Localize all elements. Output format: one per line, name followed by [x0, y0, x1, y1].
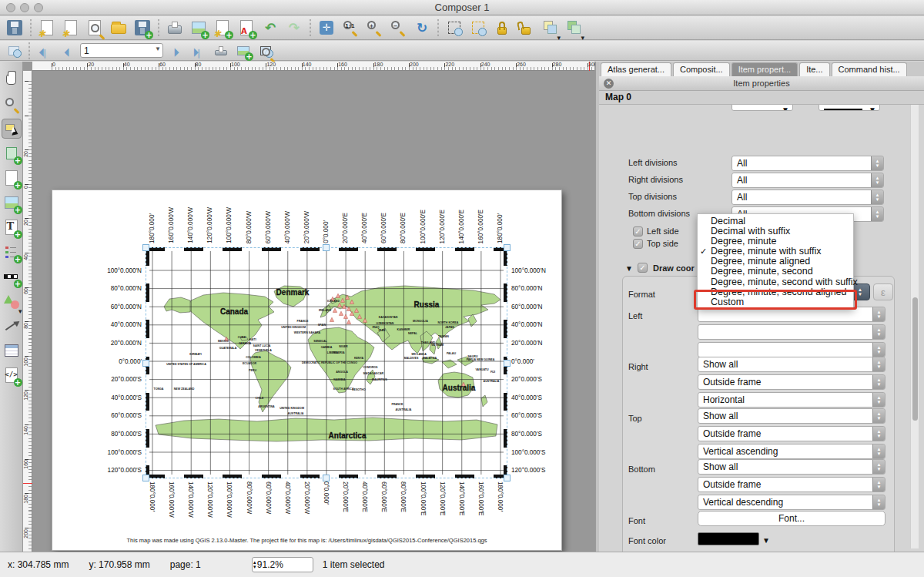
zoom-level-combo[interactable]: 91.2% ▲▼	[252, 557, 313, 572]
graticule-label: 20°0.000′E	[342, 213, 349, 243]
resize-handle[interactable]	[504, 244, 511, 251]
map-item[interactable]: ICELANDIRELANDFRANCESPAINUNITED KINGDOMW…	[146, 247, 507, 478]
font-color-swatch[interactable]	[698, 532, 759, 545]
select-marquee-icon[interactable]	[444, 18, 464, 38]
add-arrow-icon[interactable]	[2, 316, 22, 336]
add-attribute-table-icon[interactable]	[2, 340, 22, 361]
export-atlas-icon[interactable]	[234, 42, 253, 59]
add-new-legend-icon[interactable]	[2, 242, 22, 262]
right-show-combo[interactable]: Show all▲▼	[698, 357, 886, 372]
status-page: page: 1	[170, 559, 201, 570]
add-new-map-icon[interactable]	[2, 168, 22, 188]
left-side-checkbox[interactable]: ✓	[633, 226, 643, 237]
undo-icon[interactable]: ↶	[260, 18, 280, 38]
tab-item-propert[interactable]: Item propert...	[732, 62, 798, 76]
print-icon[interactable]	[165, 18, 185, 38]
select-marquee-nodes-icon[interactable]	[468, 18, 488, 38]
atlas-page-combo[interactable]: 1 ▼	[80, 43, 163, 58]
resize-handle[interactable]	[142, 244, 149, 251]
atlas-settings-icon[interactable]	[256, 42, 275, 59]
next-feature-icon[interactable]: ⏵	[167, 42, 186, 59]
left-position-combo[interactable]: ▲▼	[698, 324, 886, 340]
line-color-combo-cutoff[interactable]: ▼	[819, 105, 880, 111]
composition-canvas[interactable]: This map was made using QGIS 2.13.0-Mast…	[32, 71, 595, 552]
draw-coordinates-checkbox[interactable]: ✓	[638, 263, 648, 273]
right-divisions-combo[interactable]: All▲▼	[732, 173, 884, 188]
atlas-preview-icon[interactable]	[5, 42, 23, 59]
top-position-combo[interactable]: Outside frame▲▼	[698, 426, 886, 441]
graticule-label: 80°0.000′S	[111, 431, 142, 438]
add-basic-shape-icon[interactable]	[2, 291, 22, 311]
zoom-in-icon[interactable]: +	[364, 18, 384, 38]
export-pdf-icon[interactable]	[236, 18, 256, 38]
bottom-show-combo[interactable]: Show all▲▼	[698, 459, 886, 475]
add-image-icon[interactable]	[2, 193, 22, 213]
menu-item-degree-minute-second-with-suffix[interactable]: Degree, minute, second with suffix	[698, 277, 853, 287]
window-title: Composer 1	[0, 2, 924, 13]
line-style-combo-cutoff[interactable]: ▼	[732, 105, 793, 111]
duplicate-composition-icon[interactable]	[61, 18, 81, 38]
tab-command-hist[interactable]: Command hist...	[832, 62, 907, 76]
scrollbar-thumb[interactable]	[912, 297, 918, 421]
select-move-item-icon[interactable]	[2, 119, 22, 139]
pan-icon[interactable]	[2, 69, 22, 89]
tab-ite[interactable]: Ite...	[799, 62, 829, 76]
add-new-scalebar-icon[interactable]	[2, 267, 22, 287]
resize-handle[interactable]	[323, 475, 330, 481]
resize-handle[interactable]	[142, 360, 149, 367]
zoom-actual-icon[interactable]: 1:1	[340, 18, 360, 38]
top-direction-combo[interactable]: Vertical ascending▲▼	[698, 444, 886, 459]
raise-items-icon[interactable]	[540, 18, 560, 38]
move-item-content-icon[interactable]	[2, 143, 22, 163]
save-as-icon[interactable]	[132, 18, 152, 38]
collapse-arrow-icon[interactable]: ▼	[625, 264, 633, 273]
save-project-icon[interactable]	[5, 18, 25, 38]
right-direction-combo[interactable]: Horizontal▲▼	[698, 392, 886, 408]
paper-page[interactable]: This map was made using QGIS 2.13.0-Mast…	[52, 190, 562, 551]
top-divisions-combo[interactable]: All▲▼	[732, 190, 884, 205]
print-atlas-icon[interactable]	[212, 42, 230, 59]
unlock-items-icon[interactable]	[516, 18, 536, 38]
graticule-label: 20°0.000′N	[111, 340, 142, 347]
font-color-dropdown-icon[interactable]: ▼	[762, 536, 770, 545]
add-html-frame-icon[interactable]	[2, 365, 22, 385]
previous-feature-icon[interactable]: ⏴	[58, 42, 76, 59]
resize-handle[interactable]	[142, 475, 149, 481]
group-items-icon[interactable]	[564, 18, 584, 38]
resize-handle[interactable]	[504, 360, 511, 367]
bottom-direction-combo[interactable]: Vertical descending▲▼	[698, 495, 886, 510]
expression-button[interactable]: ε	[873, 283, 893, 300]
zoom-tool-icon[interactable]	[2, 94, 22, 114]
export-image-icon[interactable]	[189, 18, 209, 38]
resize-handle[interactable]	[323, 244, 330, 251]
top-show-combo[interactable]: Show all▲▼	[698, 408, 886, 424]
menu-item-degree-minute-second[interactable]: Degree, minute, second	[698, 267, 853, 277]
lock-items-icon[interactable]	[492, 18, 512, 38]
open-icon[interactable]	[109, 18, 129, 38]
redo-icon[interactable]: ↷	[284, 18, 304, 38]
toolbar-separator	[156, 19, 161, 36]
right-position-combo[interactable]: Outside frame▲▼	[698, 374, 886, 390]
left-direction-combo[interactable]: ▲▼	[698, 342, 886, 357]
add-new-label-icon[interactable]	[2, 217, 22, 237]
new-composition-icon[interactable]	[37, 18, 57, 38]
tab-atlas-generat[interactable]: Atlas generat...	[601, 62, 671, 76]
close-panel-icon[interactable]: ✕	[604, 79, 614, 89]
tab-composit[interactable]: Composit...	[673, 62, 730, 76]
zoom-out-icon[interactable]: −	[388, 18, 408, 38]
panel-scrollbar[interactable]	[910, 105, 919, 548]
resize-handle[interactable]	[504, 475, 511, 481]
panel-title: Item properties	[733, 79, 789, 88]
bottom-position-combo[interactable]: Outside frame▲▼	[698, 477, 886, 492]
refresh-icon[interactable]: ↻	[412, 18, 432, 38]
composer-manager-icon[interactable]	[85, 18, 105, 38]
font-button[interactable]: Font...	[698, 511, 886, 526]
first-feature-icon[interactable]: ⏴▏	[35, 42, 54, 59]
zoom-full-icon[interactable]: ✛	[316, 18, 336, 38]
left-divisions-combo[interactable]: All▲▼	[732, 156, 884, 171]
cursor-position-tick	[23, 483, 32, 484]
top-side-checkbox[interactable]: ✓	[633, 239, 643, 249]
status-x: x: 304.785 mm	[8, 559, 69, 570]
export-svg-icon[interactable]	[213, 18, 233, 38]
last-feature-icon[interactable]: ⏵▏	[189, 42, 208, 59]
